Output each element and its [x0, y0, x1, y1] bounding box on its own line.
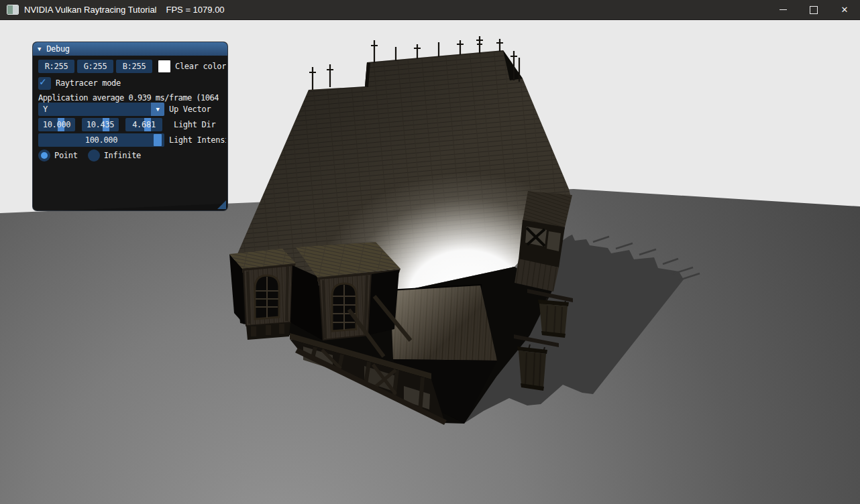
close-icon: ✕: [841, 5, 849, 14]
color-field-b[interactable]: B:255: [116, 60, 152, 73]
color-field-r-value: R:255: [45, 62, 68, 71]
window-title: NVIDIA Vulkan Raytracing Tutorial: [24, 5, 157, 15]
up-vector-value: Y: [43, 105, 48, 114]
app-icon-right: [13, 5, 18, 14]
maximize-button[interactable]: [798, 0, 829, 20]
debug-panel[interactable]: ▼ Debug R:255 G:255 B:255 Clear color ✓ …: [32, 42, 228, 211]
lantern-body: [539, 304, 568, 335]
right-wall-plank-light: [390, 286, 497, 361]
light-type-row: Point Infinite: [38, 149, 226, 162]
raytracer-row: ✓ Raytracer mode: [38, 76, 226, 90]
radio-point[interactable]: [38, 149, 50, 162]
title-bar[interactable]: NVIDIA Vulkan Raytracing Tutorial FPS = …: [0, 0, 860, 20]
light-intensity-label: Light Intensity: [169, 135, 226, 145]
clear-color-row: R:255 G:255 B:255 Clear color: [38, 60, 226, 73]
close-button[interactable]: ✕: [829, 0, 860, 20]
check-icon: ✓: [40, 75, 46, 88]
light-intensity-value: 100.000: [85, 135, 117, 145]
light-dir-y-value: 10.435: [87, 120, 115, 129]
collapse-arrow-icon[interactable]: ▼: [38, 46, 41, 52]
clear-color-label: Clear color: [175, 62, 226, 71]
chevron-down-icon: ▼: [156, 106, 159, 113]
combo-dropdown-button[interactable]: ▼: [151, 103, 164, 116]
maximize-icon: [810, 6, 818, 14]
up-vector-row: Y ▼ Up Vector: [38, 103, 226, 116]
color-field-b-value: B:255: [123, 62, 146, 71]
lantern-body: [519, 351, 546, 388]
light-dir-x-value: 10.000: [43, 120, 71, 129]
light-intensity-row: 100.000 Light Intensity: [38, 133, 226, 147]
light-dir-y-field[interactable]: 10.435: [82, 118, 119, 131]
slider-grab[interactable]: [154, 134, 162, 146]
raytracer-label: Raytracer mode: [56, 78, 226, 88]
color-field-r[interactable]: R:255: [38, 60, 74, 73]
dormer-side-face: [368, 270, 399, 335]
light-intensity-slider[interactable]: 100.000: [38, 133, 164, 147]
gable-panel: [547, 231, 561, 251]
light-dir-label: Light Dir: [174, 120, 226, 129]
up-vector-label: Up Vector: [169, 105, 226, 114]
raytracer-checkbox[interactable]: ✓: [38, 77, 51, 90]
minimize-button[interactable]: [767, 0, 798, 20]
light-dir-row: 10.000 10.435 4.681 Light Dir: [38, 118, 226, 131]
up-vector-combo[interactable]: Y ▼: [38, 103, 164, 116]
panel-title: Debug: [46, 44, 70, 54]
light-dir-z-field[interactable]: 4.681: [125, 118, 162, 131]
fps-readout: FPS = 1079.00: [166, 5, 225, 15]
app-icon: [7, 5, 19, 15]
color-swatch[interactable]: [158, 60, 170, 72]
frame-stats-text: Application average 0.939 ms/frame (1064: [38, 93, 219, 103]
panel-resize-grip[interactable]: [217, 200, 226, 209]
app-window: { "window": { "title": "NVIDIA Vulkan Ra…: [0, 0, 860, 504]
debug-panel-header[interactable]: ▼ Debug: [33, 42, 227, 56]
radio-point-label: Point: [54, 151, 78, 160]
radio-infinite-label: Infinite: [104, 151, 141, 160]
light-dir-x-field[interactable]: 10.000: [38, 118, 75, 131]
color-field-g-value: G:255: [84, 62, 107, 71]
radio-infinite[interactable]: [88, 149, 100, 162]
minimize-icon: [780, 9, 787, 10]
app-icon-left: [7, 5, 13, 14]
light-dir-z-value: 4.681: [132, 120, 156, 129]
color-field-g[interactable]: G:255: [77, 60, 113, 73]
